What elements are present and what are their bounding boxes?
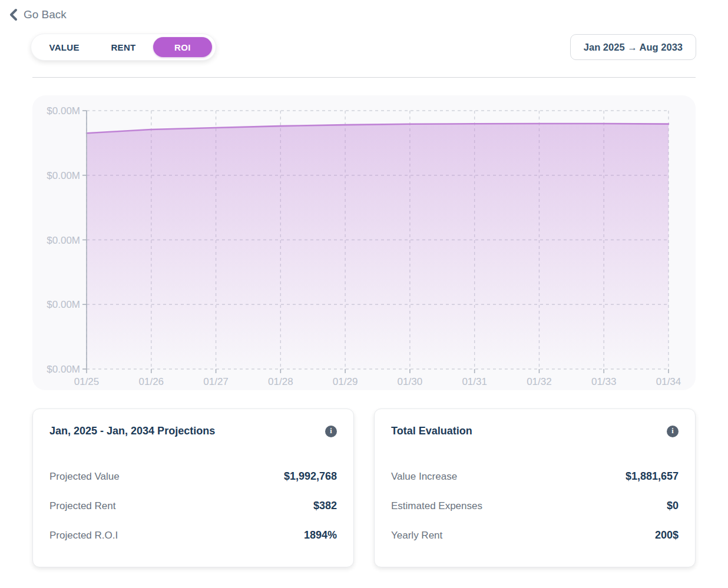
x-axis-label: 01/25: [74, 376, 100, 387]
y-axis-label: $0.00M: [47, 364, 80, 375]
date-range-button[interactable]: Jan 2025 → Aug 2033: [570, 34, 696, 60]
date-range-label: Jan 2025 → Aug 2033: [584, 42, 683, 53]
row-label: Estimated Expenses: [391, 500, 482, 512]
x-axis-label: 01/33: [591, 376, 617, 387]
row-label: Projected Value: [49, 471, 120, 483]
row-label: Value Increase: [391, 471, 457, 483]
total-evaluation-card-title: Total Evaluation: [391, 425, 472, 437]
tab-roi[interactable]: ROI: [153, 37, 212, 57]
x-axis-label: 01/28: [268, 376, 293, 387]
x-axis-label: 01/29: [333, 376, 358, 387]
x-axis-label: 01/26: [139, 376, 164, 387]
roi-chart-panel: $0.00M$0.00M$0.00M$0.00M$0.00M01/2501/26…: [32, 95, 696, 390]
row-value: $382: [313, 500, 337, 512]
row-value: 1894%: [304, 529, 337, 542]
row-value: $1,992,768: [284, 470, 337, 483]
row-value: $0: [667, 500, 679, 512]
info-icon[interactable]: i: [667, 426, 679, 437]
x-axis-label: 01/30: [398, 376, 423, 387]
row-value: 200$: [655, 529, 679, 542]
go-back-label: Go Back: [24, 8, 67, 21]
x-axis-label: 01/34: [656, 376, 681, 387]
value-increase-row: Value Increase $1,881,657: [391, 467, 679, 486]
y-axis-label: $0.00M: [47, 235, 80, 246]
x-axis-label: 01/27: [203, 376, 229, 387]
row-label: Projected Rent: [49, 500, 115, 512]
info-icon[interactable]: i: [325, 426, 337, 437]
roi-area-fill: [87, 124, 669, 369]
projected-rent-row: Projected Rent $382: [49, 496, 337, 516]
y-axis-label: $0.00M: [47, 105, 80, 117]
chart-mode-tab-group: VALUE RENT ROI: [31, 34, 216, 61]
go-back-button[interactable]: Go Back: [8, 8, 67, 21]
yearly-rent-row: Yearly Rent 200$: [391, 526, 679, 545]
roi-area-chart: $0.00M$0.00M$0.00M$0.00M$0.00M01/2501/26…: [32, 95, 696, 390]
row-label: Projected R.O.I: [49, 530, 118, 542]
chevron-left-icon: [8, 8, 18, 21]
total-evaluation-card: Total Evaluation i Value Increase $1,881…: [374, 408, 696, 567]
estimated-expenses-row: Estimated Expenses $0: [391, 496, 679, 516]
tab-rent[interactable]: RENT: [94, 37, 153, 57]
projected-value-row: Projected Value $1,992,768: [49, 467, 337, 486]
x-axis-label: 01/31: [462, 376, 487, 387]
total-evaluation-card-header: Total Evaluation i: [391, 425, 679, 437]
projections-card-header: Jan, 2025 - Jan, 2034 Projections i: [49, 425, 337, 437]
projections-card: Jan, 2025 - Jan, 2034 Projections i Proj…: [32, 408, 354, 567]
y-axis-label: $0.00M: [47, 170, 80, 181]
x-axis-label: 01/32: [527, 376, 552, 387]
header-divider: [32, 77, 696, 78]
row-label: Yearly Rent: [391, 530, 442, 542]
projections-card-title: Jan, 2025 - Jan, 2034 Projections: [49, 425, 215, 437]
projected-roi-row: Projected R.O.I 1894%: [49, 526, 337, 545]
row-value: $1,881,657: [626, 470, 679, 483]
tab-value[interactable]: VALUE: [35, 37, 94, 57]
y-axis-label: $0.00M: [47, 299, 80, 310]
